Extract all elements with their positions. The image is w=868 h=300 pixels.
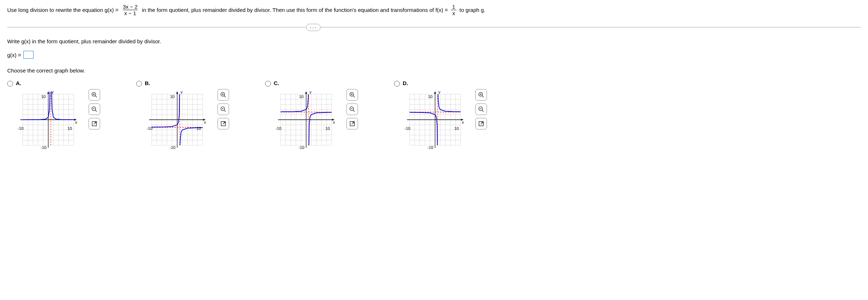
choice-a: A. xyxy=(7,80,100,150)
choices-row: A. xyxy=(7,80,861,150)
svg-line-80 xyxy=(223,122,225,124)
svg-text:10: 10 xyxy=(454,126,459,131)
choice-c: C. xyxy=(265,80,358,150)
graph-b: y x 10 -10 10 -10 xyxy=(145,89,210,150)
svg-text:y: y xyxy=(52,90,54,94)
svg-marker-63 xyxy=(176,92,178,94)
svg-text:-10: -10 xyxy=(18,126,23,131)
svg-text:10: 10 xyxy=(170,94,175,99)
svg-text:-10: -10 xyxy=(276,126,281,131)
svg-text:-10: -10 xyxy=(170,145,175,150)
svg-line-32 xyxy=(95,96,97,97)
svg-text:y: y xyxy=(438,90,440,94)
zoom-out-b[interactable] xyxy=(218,103,229,115)
subquestion-2: Choose the correct graph below. xyxy=(7,67,861,74)
popout-b[interactable] xyxy=(218,118,229,129)
popout-c[interactable] xyxy=(346,118,358,129)
svg-text:-10: -10 xyxy=(299,145,304,150)
label-c: C. xyxy=(274,80,358,86)
svg-text:-10: -10 xyxy=(404,126,410,131)
svg-line-121 xyxy=(352,122,354,124)
radio-a[interactable] xyxy=(7,81,13,87)
svg-text:-10: -10 xyxy=(147,126,152,131)
q-part1: Use long division to rewrite the equatio… xyxy=(7,7,118,13)
svg-text:-10: -10 xyxy=(41,145,46,150)
svg-line-39 xyxy=(94,122,96,124)
question-text: Use long division to rewrite the equatio… xyxy=(7,4,861,16)
svg-marker-23 xyxy=(47,92,49,94)
radio-b[interactable] xyxy=(136,81,142,87)
svg-line-118 xyxy=(353,110,355,112)
label-b: B. xyxy=(145,80,229,86)
zoom-in-d[interactable] xyxy=(475,89,487,101)
svg-text:10: 10 xyxy=(67,126,72,131)
section-divider: • • • xyxy=(7,27,861,27)
q-part2: in the form quotient, plus remainder div… xyxy=(142,7,448,13)
answer-input[interactable] xyxy=(23,51,33,59)
choice-b: B. xyxy=(136,80,229,150)
gx-label: g(x) = xyxy=(7,52,21,58)
svg-text:10: 10 xyxy=(196,126,201,131)
svg-text:x: x xyxy=(204,120,206,124)
svg-text:10: 10 xyxy=(41,94,46,99)
svg-line-77 xyxy=(224,110,226,112)
svg-text:x: x xyxy=(333,120,335,124)
popout-d[interactable] xyxy=(475,118,487,129)
subquestion-1: Write g(x) in the form quotient, plus re… xyxy=(7,38,861,44)
graph-d: y x 10 -10 10 -10 xyxy=(403,89,467,150)
svg-line-155 xyxy=(482,96,484,97)
label-a: A. xyxy=(16,80,100,86)
fraction-fx: 1 x xyxy=(451,4,457,16)
expand-pill[interactable]: • • • xyxy=(306,24,321,31)
zoom-out-a[interactable] xyxy=(89,103,100,115)
svg-text:x: x xyxy=(75,120,77,124)
svg-line-73 xyxy=(224,96,226,97)
zoom-in-a[interactable] xyxy=(89,89,100,101)
svg-text:x: x xyxy=(462,120,464,124)
zoom-in-b[interactable] xyxy=(218,89,229,101)
q-part3: to graph g. xyxy=(460,7,486,13)
svg-line-162 xyxy=(481,122,483,124)
svg-line-159 xyxy=(482,110,484,112)
radio-c[interactable] xyxy=(265,81,271,87)
svg-marker-104 xyxy=(305,92,307,94)
svg-text:y: y xyxy=(180,90,183,94)
radio-d[interactable] xyxy=(394,81,400,87)
graph-a: y x 10 -10 10 -10 xyxy=(16,89,81,150)
svg-line-36 xyxy=(95,110,97,112)
zoom-out-d[interactable] xyxy=(475,103,487,115)
svg-line-114 xyxy=(353,96,355,97)
svg-text:10: 10 xyxy=(325,126,330,131)
label-d: D. xyxy=(403,80,487,86)
popout-a[interactable] xyxy=(89,118,100,129)
answer-line: g(x) = xyxy=(7,51,861,59)
choice-d: D. xyxy=(394,80,487,150)
svg-text:-10: -10 xyxy=(428,145,433,150)
svg-text:10: 10 xyxy=(428,94,433,99)
zoom-out-c[interactable] xyxy=(346,103,358,115)
svg-text:y: y xyxy=(309,90,312,94)
fraction-gx: 3x − 2 x − 1 xyxy=(121,4,139,16)
graph-c: y x 10 -10 10 -10 xyxy=(274,89,339,150)
svg-marker-145 xyxy=(434,92,436,94)
zoom-in-c[interactable] xyxy=(346,89,358,101)
svg-text:10: 10 xyxy=(299,94,304,99)
